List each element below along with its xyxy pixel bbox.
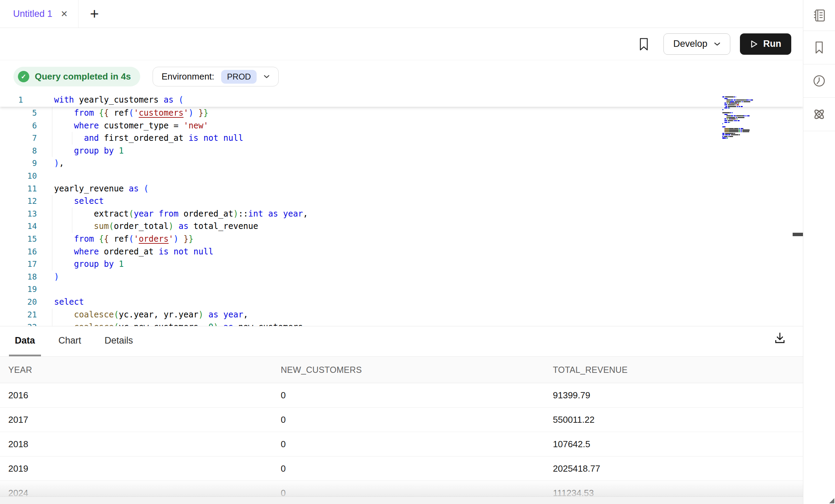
code-line-18[interactable]: 18) bbox=[0, 271, 803, 283]
indent-guide bbox=[72, 132, 72, 145]
indent-guide bbox=[52, 208, 52, 220]
results-panel: DataChartDetails YEARNEW_CUSTOMERSTOTAL_… bbox=[0, 326, 803, 504]
code-line-11[interactable]: 11yearly_revenue as ( bbox=[0, 182, 803, 195]
indent-guide bbox=[52, 220, 52, 233]
code-line-16[interactable]: 16 where ordered_at is not null bbox=[0, 245, 803, 258]
right-rail bbox=[803, 0, 835, 504]
indent-guide bbox=[52, 132, 52, 145]
rail-button-history[interactable] bbox=[803, 64, 835, 98]
line-number: 20 bbox=[0, 296, 54, 308]
tab-chart[interactable]: Chart bbox=[53, 326, 87, 356]
tab-details[interactable]: Details bbox=[99, 326, 139, 356]
download-button[interactable] bbox=[773, 332, 786, 345]
line-number: 21 bbox=[0, 308, 54, 321]
code-text: coalesce(yc.year, yr.year) as year, bbox=[54, 308, 248, 321]
table-cell: 0 bbox=[272, 439, 545, 450]
code-line-5[interactable]: 5 from {{ ref('customers') }} bbox=[0, 107, 803, 119]
close-icon[interactable]: ✕ bbox=[61, 9, 68, 19]
code-text: from {{ ref('orders') }} bbox=[54, 233, 194, 245]
line-number: 5 bbox=[0, 107, 54, 119]
plus-icon: + bbox=[90, 5, 99, 22]
tab-data[interactable]: Data bbox=[9, 326, 41, 356]
table-body: 2016091399.7920170550011.2220180107642.5… bbox=[0, 383, 803, 504]
line-number: 7 bbox=[0, 132, 54, 145]
chevron-down-icon bbox=[714, 42, 721, 46]
line-number: 10 bbox=[0, 170, 54, 182]
code-line-9[interactable]: 9), bbox=[0, 157, 803, 170]
code-text: group by 1 bbox=[54, 258, 124, 271]
line-number: 14 bbox=[0, 220, 54, 233]
line-number: 17 bbox=[0, 258, 54, 271]
chevron-down-icon bbox=[264, 75, 270, 78]
indent-guide bbox=[72, 208, 72, 220]
develop-label: Develop bbox=[673, 39, 707, 49]
sql-editor[interactable]: 1with yearly_customers as ( 5 from {{ re… bbox=[0, 93, 803, 326]
minimap[interactable] bbox=[722, 96, 767, 141]
table-cell: 550011.22 bbox=[545, 414, 803, 425]
indent-guide bbox=[52, 195, 52, 208]
indent-guide bbox=[52, 321, 52, 326]
code-text: ), bbox=[54, 157, 64, 170]
code-line-19[interactable]: 19 bbox=[0, 283, 803, 296]
code-line-12[interactable]: 12 select bbox=[0, 195, 803, 208]
results-tab-bar: DataChartDetails bbox=[0, 326, 803, 357]
table-cell: 91399.79 bbox=[545, 390, 803, 401]
play-icon bbox=[750, 40, 758, 49]
rail-button-notebook[interactable] bbox=[803, 0, 835, 31]
code-text: where ordered_at is not null bbox=[54, 245, 213, 258]
horizontal-scrollbar[interactable] bbox=[0, 496, 803, 504]
indent-guide bbox=[52, 107, 52, 119]
code-text: and first_ordered_at is not null bbox=[54, 132, 243, 145]
scrollbar-thumb[interactable] bbox=[793, 233, 803, 236]
table-cell: 2017 bbox=[0, 414, 272, 425]
line-number: 1 bbox=[0, 93, 54, 107]
code-line-15[interactable]: 15 from {{ ref('orders') }} bbox=[0, 233, 803, 245]
table-cell: 107642.5 bbox=[545, 439, 803, 450]
code-line-20[interactable]: 20select bbox=[0, 296, 803, 308]
line-number: 15 bbox=[0, 233, 54, 245]
code-text: ) bbox=[54, 271, 59, 283]
query-status-text: Query completed in 4s bbox=[35, 71, 131, 82]
environment-selector[interactable]: Environment: PROD bbox=[153, 67, 279, 86]
code-line-8[interactable]: 8 group by 1 bbox=[0, 145, 803, 157]
line-number: 19 bbox=[0, 283, 54, 296]
table-row: 2016091399.79 bbox=[0, 383, 803, 408]
tab-untitled-1[interactable]: Untitled 1 ✕ bbox=[0, 0, 79, 28]
pinwheel-icon bbox=[811, 106, 827, 122]
notebook-icon bbox=[812, 8, 827, 23]
table-cell: 0 bbox=[272, 414, 545, 425]
environment-badge: PROD bbox=[221, 70, 257, 84]
code-line-6[interactable]: 6 where customer_type = 'new' bbox=[0, 119, 803, 132]
bookmark-button[interactable] bbox=[638, 36, 650, 52]
code-text: yearly_revenue as ( bbox=[54, 182, 149, 195]
rail-button-bookmarks[interactable] bbox=[803, 31, 835, 64]
line-number: 18 bbox=[0, 271, 54, 283]
code-line-17[interactable]: 17 group by 1 bbox=[0, 258, 803, 271]
code-line-21[interactable]: 21 coalesce(yc.year, yr.year) as year, bbox=[0, 308, 803, 321]
indent-guide bbox=[52, 145, 52, 157]
indent-guide bbox=[52, 233, 52, 245]
indent-guide bbox=[52, 308, 52, 321]
table-cell: 0 bbox=[272, 463, 545, 474]
code-line-10[interactable]: 10 bbox=[0, 170, 803, 182]
line-number: 12 bbox=[0, 195, 54, 208]
sticky-scroll-line[interactable]: 1with yearly_customers as ( bbox=[0, 93, 803, 107]
table-row: 201902025418.77 bbox=[0, 456, 803, 481]
code-line-13[interactable]: 13 extract(year from ordered_at)::int as… bbox=[0, 208, 803, 220]
column-header-new_customers: NEW_CUSTOMERS bbox=[272, 365, 545, 375]
download-icon bbox=[773, 332, 786, 345]
code-line-22[interactable]: 22 coalesce(yc.new_customers, 0) as new_… bbox=[0, 321, 803, 326]
develop-button[interactable]: Develop bbox=[663, 33, 730, 55]
run-button[interactable]: Run bbox=[740, 33, 791, 55]
code-line-1[interactable]: 1with yearly_customers as ( bbox=[0, 93, 803, 107]
column-header-year: YEAR bbox=[0, 365, 272, 375]
editor-tab-bar: Untitled 1 ✕ + bbox=[0, 0, 803, 28]
resize-grip[interactable] bbox=[829, 498, 834, 503]
rail-button-orchestration[interactable] bbox=[803, 98, 835, 131]
code-line-14[interactable]: 14 sum(order_total) as total_revenue bbox=[0, 220, 803, 233]
query-status-badge: ✓ Query completed in 4s bbox=[13, 67, 140, 86]
code-line-7[interactable]: 7 and first_ordered_at is not null bbox=[0, 132, 803, 145]
bookmark-icon bbox=[812, 40, 827, 55]
code-text: extract(year from ordered_at)::int as ye… bbox=[54, 208, 308, 220]
new-tab-button[interactable]: + bbox=[79, 0, 110, 28]
